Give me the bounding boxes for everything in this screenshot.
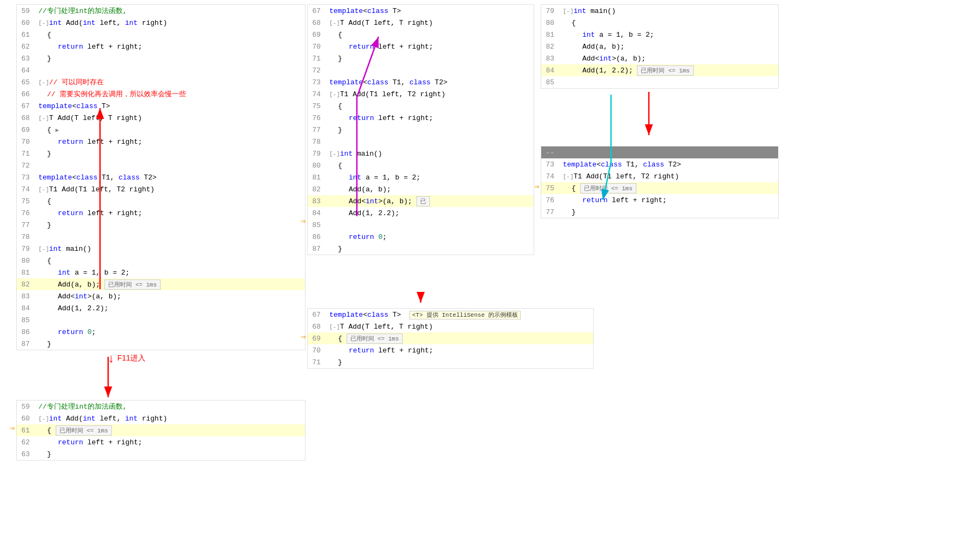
code-line-78: 78 [17,231,305,243]
p3-line-80: 80 { [541,17,778,29]
p2-line-72: 72 [308,64,534,76]
code-line-83: 83 Add<int>(a, b); [17,290,305,302]
p3-line-83: 83 Add<int>(a, b); [541,52,778,64]
code-line-72: 72 [17,159,305,171]
p2-line-85: 85 [308,219,534,231]
code-panel-5: 67 template<class T> <T> 提供 IntelliSense… [307,308,594,369]
code-line-64: 64 [17,64,305,76]
p5-line-68: 68 [-]T Add(T left, T right) [308,321,593,332]
p2-line-84: 84 Add(1, 2.2); [308,207,534,219]
code-line-86: 86 return 0; [17,326,305,338]
code-line-60: 60 [-]int Add(int left, int right) [17,17,305,29]
code-line-67: 67 template<class T> [17,100,305,112]
p2-line-67: 67 template<class T> [308,5,534,17]
p2-line-86: 86 return 0; [308,231,534,243]
p3-line-82: 82 Add(a, b); [541,41,778,52]
p2-line-75: 75 { [308,100,534,112]
p5-line-70: 70 return left + right; [308,344,593,356]
p2-line-77: 77 } [308,124,534,136]
code-line-62: 62 return left + right; [17,41,305,52]
code-panel-1: 59 //专门处理int的加法函数, 60 [-]int Add(int lef… [16,4,305,350]
code-line-76: 76 return left + right; [17,207,305,219]
p4-line-75: 75 { 已用时间 <= 1ms [541,182,778,194]
p5-line-71: 71 } [308,356,593,368]
code-panel-3: 79 [-]int main() 80 { 81 int a = 1, b = … [541,4,779,89]
p5-line-69: 69 { 已用时间 <= 1ms [308,332,593,344]
p2-line-82: 82 Add(a, b); [308,183,534,195]
p2-line-80: 80 { [308,159,534,171]
p2-line-69: 69 { [308,29,534,41]
p4-line-76: 76 return left + right; [541,194,778,206]
bottom-panel-arrow: ⇒ [10,423,15,434]
p4-line-77: 77 } [541,206,778,218]
p2-line-68: 68 [-]T Add(T left, T right) [308,17,534,29]
bp-line-59: 59 //专门处理int的加法函数, [17,401,305,412]
p3-line-85: 85 [541,76,778,88]
code-line-84: 84 Add(1, 2.2); [17,302,305,314]
code-line-69: 69 { ▶ [17,124,305,136]
code-line-66: 66 // 需要实例化再去调用，所以效率会慢一些 [17,88,305,100]
code-line-82: 82 Add(a, b); 已用时间 <= 1ms [17,278,305,290]
bp-line-62: 62 return left + right; [17,436,305,448]
code-line-81: 81 int a = 1, b = 2; [17,266,305,278]
code-panel-4: -- 73 template<class T1, class T2> 74 [-… [541,146,779,218]
p4-line-73: 73 template<class T1, class T2> [541,158,778,170]
bp-line-61: 61 { 已用时间 <= 1ms [17,424,305,436]
bp-line-60: 60 [-]int Add(int left, int right) [17,412,305,424]
p3-line-79: 79 [-]int main() [541,5,778,17]
p5-line-67: 67 template<class T> <T> 提供 IntelliSense… [308,309,593,321]
p2-line-74: 74 [-]T1 Add(T1 left, T2 right) [308,88,534,100]
code-panel-2: 67 template<class T> 68 [-]T Add(T left,… [307,4,534,255]
code-line-79: 79 [-]int main() [17,243,305,255]
code-line-71: 71 } [17,148,305,159]
code-line-61: 61 { [17,29,305,41]
p3-line-84: 84 Add(1, 2.2); 已用时间 <= 1ms [541,64,778,76]
f11-annotation: ↓ F11进入 [108,351,145,365]
f11-label: F11进入 [117,354,145,363]
p2-line-87: 87 } [308,243,534,255]
p2-line-71: 71 } [308,52,534,64]
p2-line-83: 83 Add<int>(a, b); 已 [308,195,534,207]
code-line-73: 73 template<class T1, class T2> [17,171,305,183]
code-panel-bottom: 59 //专门处理int的加法函数, 60 [-]int Add(int lef… [16,400,305,461]
bp-line-63: 63 } [17,448,305,460]
code-line-65: 65 [-]// 可以同时存在 [17,76,305,88]
code-line-70: 70 return left + right; [17,136,305,148]
code-line-59: 59 //专门处理int的加法函数, [17,5,305,17]
panel5-arrow: ⇒ [301,331,306,342]
code-line-75: 75 { [17,195,305,207]
p2-line-76: 76 return left + right; [308,112,534,124]
code-line-63: 63 } [17,52,305,64]
p2-line-78: 78 [308,136,534,148]
p3-line-81: 81 int a = 1, b = 2; [541,29,778,41]
p2-line-70: 70 return left + right; [308,41,534,52]
code-line-80: 80 { [17,255,305,266]
panel4-arrow: ⇒ [534,181,540,192]
code-line-77: 77 } [17,219,305,231]
panel2-arrow: ⇒ [301,216,306,226]
code-line-87: 87 } [17,338,305,350]
p2-line-73: 73 template<class T1, class T2> [308,76,534,88]
code-line-74: 74 [-]T1 Add(T1 left, T2 right) [17,183,305,195]
p2-line-81: 81 int a = 1, b = 2; [308,171,534,183]
p2-line-79: 79 [-]int main() [308,148,534,159]
code-line-85: 85 [17,314,305,326]
p4-line-74: 74 [-]T1 Add(T1 left, T2 right) [541,170,778,182]
code-line-68: 68 [-]T Add(T left, T right) [17,112,305,124]
